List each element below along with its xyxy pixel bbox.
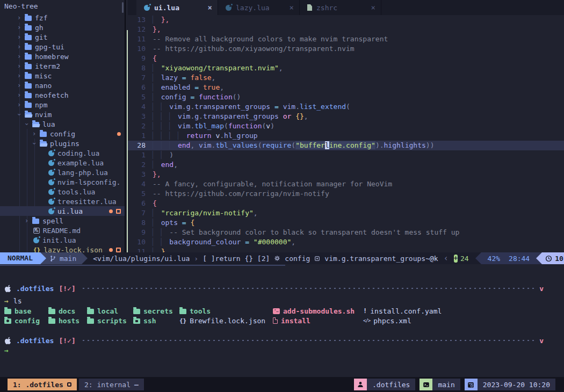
- code-token: =: [178, 219, 190, 227]
- code-line: 8▏ opts = {: [128, 218, 564, 228]
- tree-item-nvim-lspconfig-[interactable]: nvim-lspconfig.: [0, 177, 125, 187]
- tab-label: zshrc: [316, 4, 367, 12]
- tree-item-fzf[interactable]: ›fzf: [0, 13, 125, 23]
- code-text: ▏ },: [153, 15, 169, 25]
- ls-entry-scripts: scripts: [87, 316, 127, 325]
- code-token: =: [270, 103, 283, 111]
- code-line: 2▏ ▏ ▏ vim.tbl_map(function(v): [128, 121, 564, 131]
- tree-item-init-lua[interactable]: init.lua: [0, 235, 125, 245]
- code-token: =: [178, 74, 190, 82]
- tree-item-misc[interactable]: ›misc: [0, 71, 125, 81]
- tree-item-gpg-tui[interactable]: ›gpg-tui: [0, 42, 125, 52]
- tree-item-iterm2[interactable]: ›iterm2: [0, 61, 125, 71]
- neotree-scrollbar-thumb[interactable]: [122, 2, 124, 13]
- breadcrumb-separator: ›: [194, 255, 198, 263]
- tmux-window-2-internal[interactable]: 2: internal–: [79, 379, 144, 390]
- chevron-right-icon[interactable]: ›: [17, 24, 25, 31]
- chevron-down-icon[interactable]: ›: [17, 111, 25, 118]
- chevron-right-icon[interactable]: ›: [17, 82, 25, 89]
- close-icon[interactable]: ×: [371, 3, 375, 12]
- command-line[interactable]: →: [0, 345, 564, 355]
- ls-entry-label: phpcs.xml: [373, 317, 411, 325]
- tree-item-gh[interactable]: ›gh: [0, 23, 125, 32]
- code-text: ▏ ▏ ▏ vim.g.transparent_groups or {},: [153, 112, 308, 121]
- code-token: enabled: [161, 83, 191, 91]
- modified-dot-icon: [109, 248, 113, 252]
- ls-entry-label: ssh: [143, 317, 156, 325]
- shell-pane[interactable]: .dotfiles [!✓] v → ls basedocslocalsecre…: [0, 264, 564, 377]
- line-number: 1: [128, 131, 146, 141]
- sfolder-k-icon: [133, 318, 140, 324]
- tree-item-example-lua[interactable]: example.lua: [0, 158, 125, 168]
- line-number: 2: [128, 121, 146, 131]
- chevron-right-icon[interactable]: ›: [32, 130, 40, 137]
- tmux-window-1-dotfiles[interactable]: 1: .dotfiles: [8, 379, 77, 390]
- code-token: v: [266, 122, 270, 130]
- chevron-right-icon[interactable]: ›: [17, 62, 25, 70]
- tab-zshrc[interactable]: zshrc×: [300, 0, 381, 15]
- tree-item-homebrew[interactable]: ›homebrew: [0, 52, 125, 61]
- ls-entry-label: base: [15, 307, 31, 315]
- code-token: ▏: [153, 219, 161, 227]
- clock-segment: 10:20: [542, 252, 564, 264]
- close-icon[interactable]: ×: [290, 3, 294, 12]
- cursor-block: l: [325, 141, 329, 149]
- tree-item-label: config: [50, 130, 75, 138]
- tree-item-label: lazy-lock.json: [44, 246, 103, 253]
- code-text: ▏ },: [153, 247, 169, 252]
- tree-item-config[interactable]: ›config: [0, 129, 125, 139]
- tree-item-lazy-lock-json[interactable]: {}lazy-lock.json: [0, 245, 125, 252]
- chevron-right-icon[interactable]: ›: [17, 43, 25, 50]
- tree-item-treesitter-lua[interactable]: treesitter.lua: [0, 197, 125, 206]
- code-line: 5-- https://github.com/rcarriga/nvim-not…: [128, 189, 564, 199]
- code-line: 6▏ enabled = true,: [128, 83, 564, 92]
- code-token: "buffer: [295, 141, 325, 149]
- tab-label: lazy.lua: [236, 4, 285, 12]
- chevron-down-icon[interactable]: ›: [25, 120, 32, 128]
- tree-item-nvim[interactable]: ›nvim: [0, 110, 125, 119]
- powerline-separator: [536, 252, 542, 264]
- code-token: =: [190, 83, 203, 91]
- scroll-percent: 42%: [488, 255, 500, 263]
- chevron-right-icon[interactable]: ›: [17, 33, 25, 41]
- tree-item-label: tools.lua: [57, 188, 95, 196]
- tree-item-readme-md[interactable]: M↓README.md: [0, 226, 125, 235]
- chevron-right-icon[interactable]: ›: [25, 217, 32, 224]
- tree-item-plugins[interactable]: ›plugins: [0, 139, 125, 148]
- chevron-right-icon[interactable]: ›: [17, 91, 25, 99]
- close-icon[interactable]: ×: [208, 3, 212, 12]
- code-line: 5▏ config = function(): [128, 92, 564, 102]
- folder-icon: [32, 219, 39, 224]
- folder-open-icon: [32, 122, 39, 127]
- tree-item-coding-lua[interactable]: coding.lua: [0, 148, 125, 158]
- code-line: 1▏ ▏ ▏ ▏ return v.hl_group: [128, 131, 564, 141]
- tree-item-ui-lua[interactable]: ui.lua: [0, 206, 125, 216]
- code-line-current: 28▏ ▏ ▏ end, vim.tbl_values(require("buf…: [128, 141, 564, 150]
- ls-entry-base: base: [4, 306, 31, 316]
- tree-item-label: npm: [35, 101, 47, 109]
- chevron-right-icon[interactable]: ›: [17, 72, 25, 79]
- tree-item-neofetch[interactable]: ›neofetch: [0, 90, 125, 100]
- code-text: -- Remove all background colors to make …: [153, 34, 388, 44]
- last-window-icon: –: [134, 381, 139, 389]
- breadcrumb-context: [ ]return {} [2]: [203, 255, 270, 263]
- chevron-right-icon[interactable]: ›: [17, 53, 25, 60]
- code-token: ,: [212, 74, 216, 82]
- bufferline: ui.lua×lazy.lua×zshrc×: [128, 0, 564, 15]
- neotree-sidebar: Neo-tree ›fzf›gh›git›gpg-tui›homebrew›it…: [0, 0, 125, 252]
- tree-item-nano[interactable]: ›nano: [0, 81, 125, 90]
- tab-lazy-lua[interactable]: lazy.lua×: [218, 0, 300, 15]
- tree-item-git[interactable]: ›git: [0, 32, 125, 42]
- keymap-hint: ~@k: [425, 255, 438, 263]
- ls-entry-phpcs-xml: </>phpcs.xml: [363, 316, 411, 325]
- tree-item-npm[interactable]: ›npm: [0, 100, 125, 110]
- chevron-down-icon[interactable]: ›: [32, 140, 40, 147]
- tree-item-spell[interactable]: ›spell: [0, 216, 125, 226]
- chevron-right-icon[interactable]: ›: [17, 101, 25, 108]
- chevron-right-icon[interactable]: ›: [17, 14, 25, 21]
- tree-item-lua[interactable]: ›lua: [0, 119, 125, 129]
- tree-item-tools-lua[interactable]: tools.lua: [0, 187, 125, 197]
- tab-ui-lua[interactable]: ui.lua×: [136, 0, 218, 15]
- tree-item-lang-php-lua[interactable]: lang-php.lua: [0, 168, 125, 177]
- code-token: (: [258, 141, 262, 149]
